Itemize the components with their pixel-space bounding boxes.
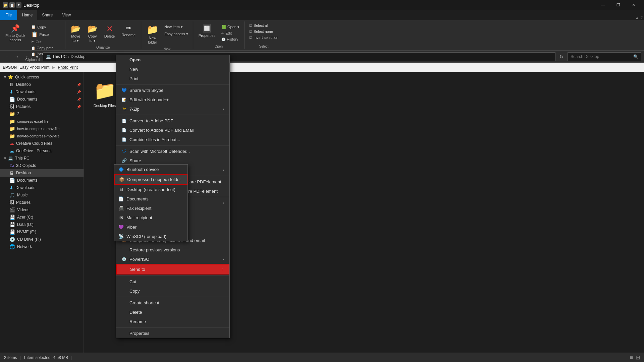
select-none-button[interactable]: ☑ Select none <box>247 29 275 34</box>
sidebar-item-nvme-e[interactable]: 💾 NVME (E:) <box>0 228 84 236</box>
sidebar-item-acer-c[interactable]: 💾 Acer (C:) <box>0 214 84 221</box>
ctx-defender-label: Scan with Microsoft Defender... <box>129 149 224 154</box>
sidebar-item-creative-cloud[interactable]: ☁ Creative Cloud Files <box>0 140 84 147</box>
sidebar-item-pictures[interactable]: 🖼 Pictures 📌 <box>0 103 84 110</box>
tab-view[interactable]: View <box>57 10 75 20</box>
sidebar-section-quick-access[interactable]: ▾ ⭐ Quick access <box>0 73 84 81</box>
ctx-open[interactable]: Open <box>116 55 229 64</box>
ctx-power-iso[interactable]: 💿 PowerISO › <box>116 254 229 264</box>
open-dropdown-button[interactable]: 🟩 Open ▾ <box>219 24 241 30</box>
ctx-edit-notepad[interactable]: 📝 Edit with Notepad++ <box>116 95 229 104</box>
epson-link[interactable]: Photo Print <box>58 65 77 70</box>
ctx-delete[interactable]: Delete <box>116 307 229 317</box>
view-grid-icon[interactable]: ⊞ <box>636 354 640 361</box>
pin-to-quick-button[interactable]: 📌 Pin to Quickaccess <box>3 23 28 44</box>
copy-path-button[interactable]: 📋 Copy path <box>29 45 62 51</box>
copy-to-button[interactable]: 📂 Copyto ▾ <box>85 23 100 44</box>
sidebar-item-downloads[interactable]: ⬇ Downloads 📌 <box>0 88 84 96</box>
downloads-icon: ⬇ <box>9 89 13 95</box>
sidebar-item-2[interactable]: 📁 2 <box>0 110 84 118</box>
sidebar-section-this-pc[interactable]: ▾ 💻 This PC <box>0 155 84 162</box>
ctx-convert-pdf-email[interactable]: 📄 Convert to Adobe PDF and EMail <box>116 125 229 135</box>
ctx-send-to[interactable]: Send to › <box>116 264 229 275</box>
ribbon-help-btn[interactable]: ? <box>640 15 643 20</box>
sidebar-item-network[interactable]: 🌐 Network <box>0 243 84 250</box>
ctx-new[interactable]: New <box>116 64 229 74</box>
cut-button[interactable]: ✂ Cut <box>29 39 62 45</box>
easy-access-button[interactable]: Easy access ▾ <box>162 31 190 37</box>
sidebar-item-videos[interactable]: 🎬 Videos <box>0 206 84 214</box>
forward-button[interactable]: → <box>13 53 21 61</box>
pictures-label: Pictures <box>16 104 31 109</box>
up-button[interactable]: ↑ <box>23 53 31 61</box>
sidebar-item-how-to-compress-1[interactable]: 📁 how-to-compress-mov-file <box>0 125 84 132</box>
new-folder-icon: 📁 <box>147 24 158 35</box>
ctx-convert-pdf[interactable]: 📄 Convert to Adobe PDF <box>116 116 229 125</box>
ctx-7zip[interactable]: 7z 7-Zip › <box>116 104 229 114</box>
sendto-compressed-zip[interactable]: 📦 Compressed (zipped) folder <box>114 174 187 185</box>
sidebar-item-onedrive[interactable]: ☁ OneDrive - Personal <box>0 147 84 155</box>
new-folder-button[interactable]: 📁 Newfolder <box>144 23 161 46</box>
close-button[interactable]: ✕ <box>626 0 641 10</box>
sendto-viber[interactable]: 💜 Viber <box>114 222 187 232</box>
copy-button[interactable]: 📋 Copy <box>29 24 62 30</box>
ctx-share[interactable]: 🔗 Share <box>116 156 229 165</box>
videos-label: Videos <box>17 207 29 212</box>
sidebar-item-desktop-pc[interactable]: 🖥 Desktop <box>0 169 84 177</box>
ctx-combine-acrobat[interactable]: 📄 Combine files in Acrobat... <box>116 135 229 144</box>
search-input[interactable] <box>571 54 631 59</box>
sidebar-item-documents-pc[interactable]: 📄 Documents <box>0 177 84 184</box>
rename-button[interactable]: ✏ Rename <box>119 23 138 39</box>
refresh-button[interactable]: ↻ <box>557 53 566 61</box>
edit-ribbon-button[interactable]: ✏ Edit <box>219 31 241 36</box>
sidebar-item-downloads-pc[interactable]: ⬇ Downloads <box>0 184 84 191</box>
ctx-scan-defender[interactable]: 🛡 Scan with Microsoft Defender... <box>116 146 229 156</box>
back-button[interactable]: ← <box>3 53 11 61</box>
minimize-button[interactable]: — <box>595 0 610 10</box>
select-all-button[interactable]: ☑ Select all <box>247 23 271 28</box>
properties-button[interactable]: 🔲 Properties <box>196 23 218 39</box>
sendto-bluetooth[interactable]: 🔷 Bluetooth device <box>114 165 187 174</box>
ctx-print[interactable]: Print <box>116 74 229 83</box>
tab-share[interactable]: Share <box>37 10 57 20</box>
ribbon-content: 📌 Pin to Quickaccess 📋 Copy 📋 Paste ✂ Cu… <box>0 20 644 50</box>
delete-button[interactable]: ✕ Delete <box>102 23 118 40</box>
sidebar-item-desktop[interactable]: 🖥 Desktop 📌 <box>0 81 84 88</box>
recent-button[interactable]: ▾ <box>33 53 41 61</box>
sidebar-item-data-d[interactable]: 💾 Data (D:) <box>0 221 84 228</box>
ctx-cut[interactable]: Cut <box>116 277 229 286</box>
paste-button[interactable]: 📋 Paste <box>29 31 62 38</box>
sendto-mail[interactable]: ✉ Mail recipient <box>114 213 187 222</box>
sidebar-item-how-to-compress-2[interactable]: 📁 how-to-compress-mov-file <box>0 132 84 140</box>
history-button[interactable]: 🕐 History <box>219 37 241 42</box>
sendto-documents[interactable]: 📄 Documents <box>114 194 187 203</box>
sidebar-item-pictures-pc[interactable]: 🖼 Pictures <box>0 199 84 206</box>
ctx-copy[interactable]: Copy <box>116 286 229 296</box>
ctx-share-skype[interactable]: 💙 Share with Skype <box>116 85 229 95</box>
sidebar-item-documents[interactable]: 📄 Documents 📌 <box>0 96 84 103</box>
view-list-icon[interactable]: ≡ <box>630 355 633 361</box>
compress-excel-label: compress excel file <box>17 119 49 123</box>
sendto-winscp[interactable]: 📡 WinSCP (for upload) <box>114 232 187 241</box>
ctx-properties[interactable]: Properties <box>116 328 229 338</box>
maximize-button[interactable]: ❐ <box>610 0 626 10</box>
sidebar-item-3d-objects[interactable]: 🗂 3D Objects <box>0 162 84 169</box>
tab-file[interactable]: File <box>0 10 17 20</box>
new-item-button[interactable]: New item ▾ <box>162 24 190 30</box>
sidebar-item-cd-drive[interactable]: 💿 CD Drive (F:) <box>0 236 84 243</box>
ctx-create-shortcut[interactable]: Create shortcut <box>116 298 229 307</box>
move-to-button[interactable]: 📂 Moveto ▾ <box>68 23 84 44</box>
sidebar-item-compress-excel[interactable]: 📁 compress excel file <box>0 118 84 125</box>
folder-2-label: 2 <box>17 112 19 116</box>
sidebar-item-music[interactable]: 🎵 Music <box>0 191 84 199</box>
sendto-documents-icon: 📄 <box>118 196 124 201</box>
ctx-rename[interactable]: Rename <box>116 317 229 326</box>
ctx-delete-label: Delete <box>129 310 224 315</box>
tab-home[interactable]: Home <box>17 10 37 20</box>
ctx-restore-versions[interactable]: Restore previous versions <box>116 245 229 254</box>
sendto-desktop-shortcut[interactable]: 🖥 Desktop (create shortcut) <box>114 185 187 194</box>
ribbon-minimize-btn[interactable]: ▲ <box>635 15 639 20</box>
sendto-fax[interactable]: 📠 Fax recipient <box>114 203 187 213</box>
search-bar[interactable]: 🔍 <box>568 52 641 61</box>
invert-selection-button[interactable]: ☑ Invert selection <box>247 35 280 40</box>
